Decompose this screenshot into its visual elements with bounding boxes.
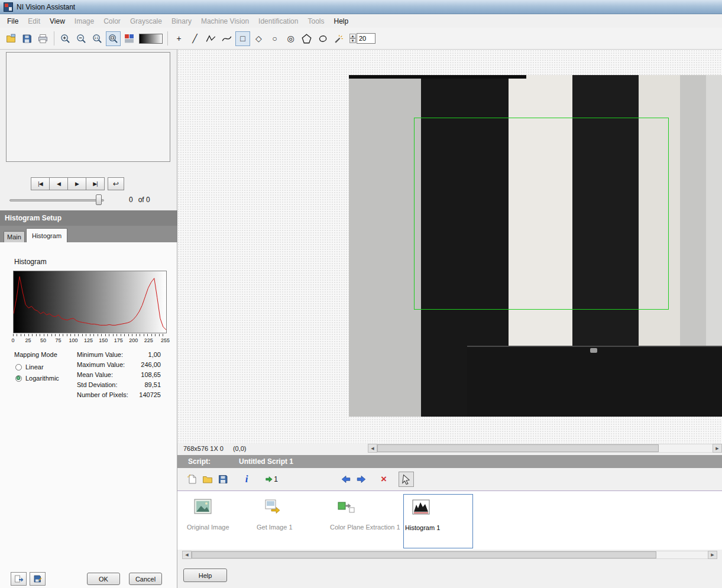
mapping-mode-label: Mapping Mode (14, 351, 57, 358)
cancel-button[interactable]: Cancel (129, 573, 162, 585)
roi-rectangle-overlay[interactable] (414, 118, 669, 310)
step-label: Original Image (187, 524, 229, 531)
ok-button[interactable]: OK (87, 573, 120, 585)
last-image-button[interactable]: ▶| (86, 177, 105, 190)
spin-up-icon[interactable]: ▲ (349, 34, 356, 38)
roi-rectangle-button[interactable]: □ (235, 31, 250, 46)
script-step-color-plane-extraction[interactable]: Color Plane Extraction 1 (329, 494, 397, 548)
new-script-button[interactable] (184, 472, 200, 487)
previous-image-button[interactable]: ◀ (49, 177, 68, 190)
roi-magic-wand-button[interactable] (331, 31, 346, 46)
script-step-histogram[interactable]: Histogram 1 (403, 494, 473, 548)
title-bar[interactable]: NI Vision Assistant (0, 0, 722, 14)
scroll-left-icon[interactable]: ◀ (368, 444, 377, 453)
monitor-camera-dot (590, 348, 597, 353)
new-script-icon (187, 474, 198, 485)
delete-step-icon: × (381, 473, 387, 485)
axis-tick-label: 25 (25, 337, 31, 343)
open-script-button[interactable] (200, 472, 215, 487)
histogram-chart (13, 271, 167, 333)
send-to-script-button[interactable] (11, 572, 27, 586)
script-step-original-image[interactable]: Original Image (186, 494, 252, 548)
stat-std-deviation: Std Deviation: 89,51 (77, 381, 161, 388)
step-forward-button[interactable] (354, 472, 369, 487)
color-palette-button[interactable] (122, 31, 137, 46)
image-counter-total: of 0 (138, 196, 150, 204)
axis-tick-label: 255 (161, 337, 170, 343)
image-size-zoom-status: 768x576 1X 0 (183, 445, 224, 452)
image-browser-slider[interactable] (9, 199, 104, 202)
spin-down-icon[interactable]: ▼ (349, 38, 356, 43)
scroll-thumb[interactable] (377, 444, 659, 452)
scroll-track[interactable] (192, 551, 708, 559)
zoom-tool-icon (108, 34, 118, 44)
linear-radio[interactable] (15, 364, 22, 371)
roi-line-button[interactable]: ╱ (187, 31, 202, 46)
svg-text:1:1: 1:1 (95, 37, 99, 40)
zoom-tool-button[interactable] (106, 31, 121, 46)
menu-file[interactable]: File (2, 15, 23, 27)
roi-broken-line-button[interactable] (203, 31, 218, 46)
first-image-button[interactable]: |◀ (31, 177, 50, 190)
window-title: NI Vision Assistant (17, 3, 75, 11)
axis-tick-label: 200 (129, 337, 138, 343)
tool-size-input[interactable] (357, 33, 375, 44)
stat-label: Std Deviation: (77, 381, 117, 388)
save-results-button[interactable] (30, 572, 46, 586)
stat-label: Mean Value: (77, 371, 113, 378)
roi-point-button[interactable]: + (171, 31, 186, 46)
logarithmic-radio[interactable] (15, 375, 22, 382)
zoom-in-button[interactable] (58, 31, 73, 46)
zoom-1-1-button[interactable]: 1:1 (90, 31, 105, 46)
edit-step-mode-button[interactable] (399, 472, 414, 487)
mapping-logarithmic-option[interactable]: Logarithmic (15, 375, 59, 382)
tab-histogram[interactable]: Histogram (26, 228, 67, 242)
step-back-button[interactable] (338, 472, 354, 487)
roi-polygon-button[interactable] (299, 31, 314, 46)
script-horizontal-scrollbar[interactable]: ◀ ▶ (182, 551, 717, 559)
workspace: 768x576 1X 0 (0,0) ◀ ▶ Script: Untitled … (177, 50, 722, 588)
menu-color: Color (99, 15, 125, 27)
roi-oval-button[interactable]: ○ (267, 31, 282, 46)
help-button[interactable]: Help (183, 568, 227, 582)
roi-rotated-rectangle-button[interactable]: ◇ (251, 31, 266, 46)
step-back-icon (341, 474, 351, 485)
open-script-icon (202, 474, 213, 485)
delete-step-button[interactable]: × (376, 472, 391, 487)
scroll-right-icon[interactable]: ▶ (713, 444, 722, 453)
menu-help[interactable]: Help (329, 15, 354, 27)
save-script-button[interactable] (215, 472, 231, 487)
scroll-right-icon[interactable]: ▶ (708, 551, 717, 559)
print-button[interactable] (35, 31, 50, 46)
scroll-thumb[interactable] (192, 551, 656, 558)
next-image-button[interactable]: ▶ (67, 177, 86, 190)
script-step-get-image[interactable]: Get Image 1 (255, 494, 322, 548)
roi-freehand-line-button[interactable] (219, 31, 234, 46)
image-horizontal-scrollbar[interactable]: ◀ ▶ (368, 444, 722, 453)
roi-annulus-button[interactable]: ◎ (283, 31, 298, 46)
loop-images-button[interactable]: ↩ (108, 177, 124, 190)
run-once-button[interactable]: 1 (261, 472, 281, 487)
scroll-left-icon[interactable]: ◀ (182, 551, 192, 559)
acquired-image[interactable] (349, 75, 722, 417)
step-label: Color Plane Extraction 1 (330, 524, 400, 531)
step-info-button[interactable]: i (239, 472, 254, 487)
grayscale-gradient-selector[interactable] (139, 34, 163, 44)
image-counter: 0 of 0 (129, 196, 150, 204)
tool-size-spinner: ▲ ▼ (349, 33, 375, 44)
zoom-out-button[interactable] (74, 31, 89, 46)
axis-tick-label: 225 (144, 337, 153, 343)
menu-view[interactable]: View (45, 15, 70, 27)
cursor-coordinates: (0,0) (233, 445, 247, 452)
tab-main[interactable]: Main (4, 231, 25, 242)
axis-tick-label: 150 (99, 337, 108, 343)
mapping-linear-option[interactable]: Linear (15, 363, 44, 371)
step-label: Histogram 1 (405, 524, 440, 531)
roi-freehand-region-button[interactable] (315, 31, 330, 46)
monitor-silhouette (467, 346, 722, 417)
color-palette-icon (124, 34, 134, 44)
scroll-track[interactable] (377, 444, 713, 453)
save-image-button[interactable] (20, 31, 34, 46)
open-image-button[interactable] (4, 31, 18, 46)
image-browser-slider-thumb[interactable] (96, 194, 102, 205)
